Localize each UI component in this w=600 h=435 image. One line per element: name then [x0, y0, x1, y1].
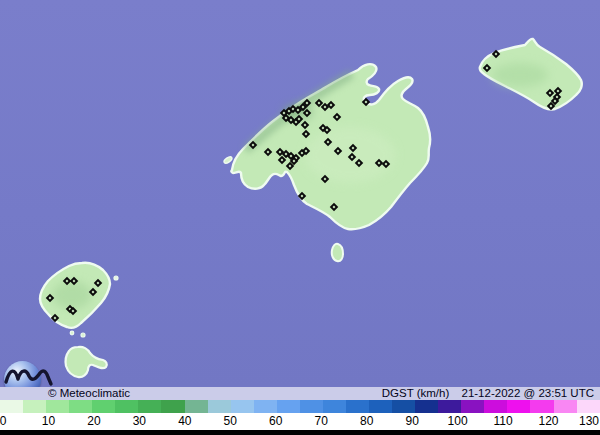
colorbar-segment — [185, 400, 208, 413]
scale-tick-label: 20 — [87, 414, 100, 429]
colorbar-segment — [369, 400, 392, 413]
scale-tick-label: 70 — [315, 414, 328, 429]
islet-espalmador-2 — [81, 333, 85, 337]
colorbar-segment — [231, 400, 254, 413]
scale-tick-label: 120 — [539, 414, 559, 429]
scale-tick-label: 0 — [0, 414, 6, 429]
colorbar-segment — [530, 400, 553, 413]
colorbar-segment — [392, 400, 415, 413]
colorbar-segment — [346, 400, 369, 413]
colorbar-segment — [92, 400, 115, 413]
map-title-group: DGST (km/h) 21-12-2022 @ 23:51 UTC — [373, 387, 594, 400]
colorbar-segment — [254, 400, 277, 413]
colorbar-segment — [300, 400, 323, 413]
colorbar-segment — [46, 400, 69, 413]
footer-strip: © Meteoclimatic DGST (km/h) 21-12-2022 @… — [0, 387, 600, 400]
scale-tick-label: 30 — [133, 414, 146, 429]
wind-gust-colorbar — [0, 400, 600, 413]
attribution-text: © Meteoclimatic — [48, 387, 130, 400]
colorbar-segment — [323, 400, 346, 413]
scale-tick-label: 50 — [224, 414, 237, 429]
colorbar-segment — [554, 400, 577, 413]
bottom-border-bar — [0, 430, 600, 435]
island-cabrera — [332, 244, 343, 261]
colorbar-segment — [577, 400, 600, 413]
map-datetime: 21-12-2022 @ 23:51 UTC — [462, 387, 595, 399]
scale-tick-label: 40 — [178, 414, 191, 429]
colorbar-segment — [161, 400, 184, 413]
colorbar-segment — [461, 400, 484, 413]
islet-dragonera — [223, 156, 233, 165]
colorbar-segment — [277, 400, 300, 413]
colorbar-segment — [415, 400, 438, 413]
scale-tick-label: 100 — [448, 414, 468, 429]
menorca-terrain-patch — [492, 63, 548, 87]
scale-tick-label: 60 — [269, 414, 282, 429]
scale-tick-label: 130 — [579, 414, 599, 429]
colorbar-segment — [69, 400, 92, 413]
colorbar-segment — [138, 400, 161, 413]
map-variable-title: DGST (km/h) — [382, 387, 450, 399]
scale-tick-label: 80 — [360, 414, 373, 429]
colorbar-segment — [0, 400, 23, 413]
scale-tick-label: 110 — [493, 414, 512, 429]
meteoclimatic-map-screen: © Meteoclimatic DGST (km/h) 21-12-2022 @… — [0, 0, 600, 435]
ibiza-terrain-patch — [52, 281, 92, 309]
colorbar-segment — [115, 400, 138, 413]
colorbar-segment — [208, 400, 231, 413]
meteoclimatic-logo — [2, 358, 54, 387]
island-formentera — [66, 347, 107, 377]
colorbar-tick-labels: 0102030405060708090100110120130 — [0, 413, 600, 430]
scale-tick-label: 90 — [405, 414, 418, 429]
colorbar-segment — [438, 400, 461, 413]
islet-tagomago — [114, 276, 118, 280]
colorbar-segment — [507, 400, 530, 413]
weather-map — [0, 0, 600, 387]
islet-espalmador-1 — [70, 331, 74, 335]
logo-wave-icon — [2, 358, 54, 387]
colorbar-segment — [484, 400, 507, 413]
scale-tick-label: 10 — [42, 414, 55, 429]
colorbar-segment — [23, 400, 46, 413]
